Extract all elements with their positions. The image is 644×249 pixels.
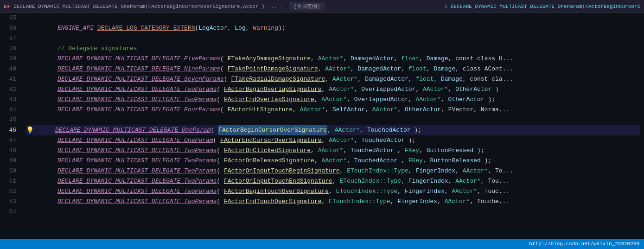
log-actor: LogActor	[198, 23, 227, 33]
macro-two-53: DECLARE_DYNAMIC_MULTICAST_DELEGATE_TwoPa…	[57, 197, 217, 207]
ln-51: 51	[4, 176, 16, 186]
code-line-37	[26, 33, 640, 44]
type-two-53-1: ETouchIndex::Type	[329, 197, 390, 207]
fn-nine: FTakePointDamageSignature	[228, 64, 318, 74]
code-line-48: DECLARE_DYNAMIC_MULTICAST_DELEGATE_TwoPa…	[26, 146, 640, 156]
param-four-44-1: SelfActor	[332, 105, 365, 115]
ln-50: 50	[4, 166, 16, 176]
bottom-bar: http://blog.csdn.net/weixin_29320259	[0, 239, 644, 249]
ln-53: 53	[4, 197, 16, 207]
ln-48: 48	[4, 146, 16, 156]
param-two-42-1: OverlappedActor	[361, 84, 415, 95]
top-bar-func-prefix: ◇	[444, 4, 450, 9]
code-line-44: DECLARE_DYNAMIC_MULTICAST_DELEGATE_FourP…	[26, 105, 640, 115]
code-line-46: 💡 DECLARE_DYNAMIC_MULTICAST_DELEGATE_One…	[26, 125, 640, 135]
param-two-43-1: OverlappedActor	[354, 95, 408, 105]
type-nine-2: float	[408, 64, 427, 74]
fn-two-53: FActorEndTouchOverSignature	[224, 197, 322, 207]
ln-38: 38	[4, 44, 16, 54]
ln-42: 42	[4, 84, 16, 95]
type-two-43-1: AActor*	[322, 95, 347, 105]
code-line-41: DECLARE_DYNAMIC_MULTICAST_DELEGATE_Seven…	[26, 74, 640, 84]
param-one-47: TouchedActor	[361, 135, 405, 146]
code-line-35	[26, 13, 640, 23]
ln-35: 35	[4, 13, 16, 23]
param-two-52-1: FingerIndex	[405, 186, 445, 197]
top-bar-func-text: DECLARE_DYNAMIC_MULTICAST_DELEGATE_OnePa…	[451, 4, 640, 9]
code-line-53: DECLARE_DYNAMIC_MULTICAST_DELEGATE_TwoPa…	[26, 197, 640, 207]
code-line-39: DECLARE_DYNAMIC_MULTICAST_DELEGATE_FiveP…	[26, 54, 640, 64]
type-four-44-2: AActor*	[372, 105, 398, 115]
fn-two-43: FActorEndOverlapSignature	[224, 95, 314, 105]
fn-two-42: FActorBeginOverlapSignature	[224, 84, 322, 95]
macro-five: DECLARE_DYNAMIC_MULTICAST_DELEGATE_FiveP…	[57, 54, 220, 64]
fn-two-50: FActorOnInputTouchBeginSignature	[224, 166, 340, 176]
top-bar-scope[interactable]: (全局范围)	[289, 2, 325, 11]
type-two-48-2: FKey	[405, 146, 419, 156]
param-two-49-2: ButtonReleased	[430, 156, 481, 166]
ln-37: 37	[4, 33, 16, 44]
code-line-43: DECLARE_DYNAMIC_MULTICAST_DELEGATE_TwoPa…	[26, 95, 640, 105]
param-two-48-1: TouchedActor	[351, 146, 394, 156]
macro-two-42: DECLARE_DYNAMIC_MULTICAST_DELEGATE_TwoPa…	[57, 84, 217, 95]
macro-one-47: DECLARE_DYNAMIC_MULTICAST_DELEGATE_OnePa…	[57, 135, 213, 146]
code-line-54	[26, 207, 640, 217]
lightbulb-icon[interactable]: 💡	[26, 125, 34, 135]
type-two-52-1: ETouchIndex::Type	[336, 186, 398, 197]
ln-49: 49	[4, 156, 16, 166]
top-bar-label: E4	[4, 4, 10, 9]
ln-44: 44	[4, 105, 16, 115]
ln-54: 54	[4, 207, 16, 217]
type-one-47: AActor*	[329, 135, 354, 146]
ln-40: 40	[4, 64, 16, 74]
fn-two-49: FActorOnReleasedSignature	[224, 156, 314, 166]
fn-two-51: FActorOnInputTouchEndSignature	[224, 176, 332, 186]
fn-one-46-selected: FActorBeginCursorOverSignature	[218, 125, 327, 135]
ln-36: 36	[4, 23, 16, 33]
type-two-48-1: AActor*	[318, 146, 344, 156]
ln-47: 47	[4, 135, 16, 146]
code-line-36: ENGINE_API DECLARE_LOG_CATEGORY_EXTERN (…	[26, 23, 640, 33]
fn-one-47: FActorEndCursorOverSignature	[220, 135, 321, 146]
macro-two-52: DECLARE_DYNAMIC_MULTICAST_DELEGATE_TwoPa…	[57, 186, 217, 197]
type-four-44-1: AActor*	[300, 105, 325, 115]
code-content[interactable]: ENGINE_API DECLARE_LOG_CATEGORY_EXTERN (…	[22, 13, 644, 239]
type-two-51-2: AActor*	[455, 176, 481, 186]
code-line-40: DECLARE_DYNAMIC_MULTICAST_DELEGATE_NineP…	[26, 64, 640, 74]
line-numbers: 35 36 37 38 39 40 41 42 43 44 45 46 47 4…	[0, 13, 22, 239]
type-two-53-2: AActor*	[445, 197, 470, 207]
top-bar-sep1: |	[280, 4, 283, 9]
engine-api-kw: ENGINE_API	[57, 23, 94, 33]
param-nine-2: Damage	[434, 64, 455, 74]
type-five-1: AActor*	[318, 54, 344, 64]
param-two-43-2: OtherActor	[448, 95, 485, 105]
type-two-50-2: AActor*	[463, 166, 488, 176]
ln-41: 41	[4, 74, 16, 84]
editor-container: E4 DECLARE_DYNAMIC_MULTICAST_DELEGATE_On…	[0, 0, 644, 249]
macro-nine: DECLARE_DYNAMIC_MULTICAST_DELEGATE_NineP…	[57, 64, 220, 74]
code-line-51: DECLARE_DYNAMIC_MULTICAST_DELEGATE_TwoPa…	[26, 176, 640, 186]
param-five-1: DamagedActor	[351, 54, 394, 64]
param-one-46: TouchedActor	[367, 125, 411, 135]
comment-delegate-sig: // Delegate signatures	[57, 44, 137, 54]
param-two-53-1: FingerIndex	[397, 197, 437, 207]
type-five-2: float	[401, 54, 419, 64]
fn-four-44: FActorHitSignature	[228, 105, 293, 115]
param-two-49-1: TouchedActor	[354, 156, 398, 166]
code-line-52: DECLARE_DYNAMIC_MULTICAST_DELEGATE_TwoPa…	[26, 186, 640, 197]
param-two-42-2: OtherActor	[455, 84, 491, 95]
param-two-50-1: FingerIndex	[415, 166, 455, 176]
space-36	[94, 23, 97, 33]
type-two-52-2: AActor*	[452, 186, 477, 197]
type-two-49-2: FKey	[408, 156, 423, 166]
param-seven-2: Damage	[441, 74, 463, 84]
bottom-bar-url: http://blog.csdn.net/weixin_29320259	[529, 241, 639, 247]
type-two-43-2: AActor*	[415, 95, 441, 105]
macro-two-48: DECLARE_DYNAMIC_MULTICAST_DELEGATE_TwoPa…	[57, 146, 217, 156]
code-area: 35 36 37 38 39 40 41 42 43 44 45 46 47 4…	[0, 13, 644, 239]
macro-two-43: DECLARE_DYNAMIC_MULTICAST_DELEGATE_TwoPa…	[57, 95, 217, 105]
param-four-44-2: OtherActor	[405, 105, 441, 115]
code-line-50: DECLARE_DYNAMIC_MULTICAST_DELEGATE_TwoPa…	[26, 166, 640, 176]
fn-two-52: FActorBeginTouchOverSignature	[224, 186, 329, 197]
macro-two-50: DECLARE_DYNAMIC_MULTICAST_DELEGATE_TwoPa…	[57, 166, 217, 176]
